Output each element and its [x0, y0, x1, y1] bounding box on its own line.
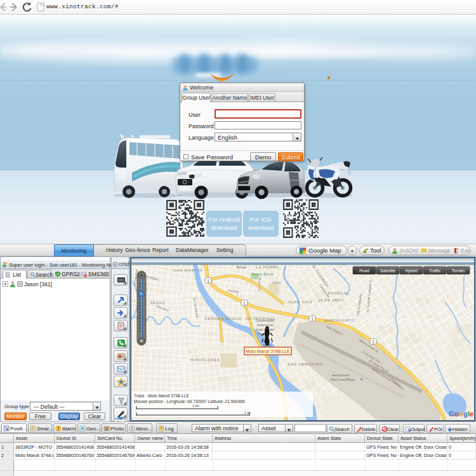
svg-text:15 DE ABRIL: 15 DE ABRIL [318, 298, 345, 302]
svg-text:1 km: 1 km [192, 404, 199, 407]
svg-text:AEROPUERTO: AEROPUERTO [324, 319, 355, 322]
svg-text:JUAN XXIII: JUAN XXIII [288, 300, 312, 304]
svg-text:1: 1 [207, 279, 209, 283]
svg-text:o: o [454, 410, 459, 418]
svg-text:G: G [449, 410, 454, 418]
svg-text:Av La Paz: Av La Paz [257, 277, 261, 291]
svg-text:✈: ✈ [360, 377, 364, 381]
svg-text:Parque Bolivar: Parque Bolivar [252, 272, 274, 276]
svg-text:MIRAFLORES: MIRAFLORES [190, 358, 220, 362]
svg-text:LA PAMPA: LA PAMPA [256, 265, 279, 269]
svg-text:1: 1 [372, 340, 374, 344]
svg-text:1: 1 [311, 317, 314, 321]
svg-text:Aeropuerto: Aeropuerto [332, 373, 349, 377]
svg-text:ROSEDAL: ROSEDAL [328, 291, 349, 295]
svg-text:o: o [459, 410, 463, 418]
svg-text:SAN GERONIMO: SAN GERONIMO [288, 362, 324, 366]
svg-text:Traffic: Traffic [429, 268, 441, 273]
svg-text:Bolivar: Bolivar [237, 265, 247, 269]
svg-text:Autonoma: Autonoma [257, 323, 274, 327]
svg-text:e: e [470, 410, 473, 418]
svg-text:Mouser position - Longitude:-6: Mouser position - Longitude:-64.730997 L… [134, 399, 245, 404]
svg-text:g: g [463, 410, 468, 418]
svg-text:Terrain: Terrain [452, 268, 465, 273]
svg-text:Universidad: Universidad [256, 319, 274, 322]
svg-text:1: 1 [243, 301, 246, 305]
svg-text:SAN MARTIN: SAN MARTIN [173, 268, 202, 272]
svg-text:Hybrid: Hybrid [405, 268, 418, 274]
svg-text:Satellite: Satellite [380, 268, 395, 273]
svg-text:Moto Maruti 3748-LLE: Moto Maruti 3748-LLE [246, 349, 290, 354]
svg-text:Road: Road [359, 268, 369, 273]
svg-text:Oriel Lea Plaza: Oriel Lea Plaza [331, 378, 355, 381]
svg-text:GERMAN-BUSCH: GERMAN-BUSCH [204, 317, 241, 321]
svg-text:Oruro: Oruro [272, 281, 281, 284]
svg-text:Trace - Moto Maruti 3748-LLE: Trace - Moto Maruti 3748-LLE [134, 393, 189, 398]
